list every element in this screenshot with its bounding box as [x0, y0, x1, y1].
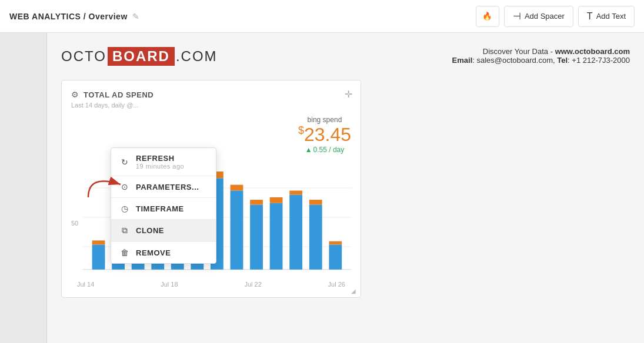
menu-refresh-label: REFRESH 19 minutes ago: [136, 154, 184, 170]
refresh-icon: ↻: [119, 157, 130, 167]
widget-header: ⚙ TOTAL AD SPEND: [71, 90, 351, 99]
menu-item-timeframe[interactable]: ◷ TIMEFRAME: [111, 198, 216, 219]
brand-website: www.octoboard.com: [555, 47, 630, 56]
header: WEB ANALYTICS / Overview ✎ 🔥 ⊣ Add Space…: [0, 0, 644, 33]
stat-label: bing spend: [298, 116, 351, 124]
svg-rect-5: [92, 240, 105, 244]
add-spacer-label: Add Spacer: [525, 12, 565, 21]
header-left: WEB ANALYTICS / Overview ✎: [9, 12, 139, 21]
chart-x-jul26: Jul 26: [328, 281, 345, 288]
parameters-icon: ⊙: [119, 182, 130, 191]
svg-rect-20: [250, 205, 263, 270]
svg-rect-22: [270, 203, 283, 270]
timeframe-icon: ◷: [119, 204, 130, 213]
chart-x-labels: Jul 14 Jul 18 Jul 22 Jul 26: [71, 281, 351, 288]
main-layout: OCTO BOARD .COM Discover Your Data - www…: [0, 33, 644, 343]
brand-area: OCTO BOARD .COM Discover Your Data - www…: [61, 47, 630, 66]
text-icon: T: [587, 11, 593, 22]
widget-move-icon[interactable]: ✛: [345, 89, 352, 100]
stat-change: 0.55 / day: [298, 146, 351, 154]
svg-rect-29: [329, 241, 342, 245]
edit-title-icon[interactable]: ✎: [132, 12, 139, 21]
header-right: 🔥 ⊣ Add Spacer T Add Text: [476, 6, 635, 27]
stat-decimal: .45: [325, 124, 351, 145]
svg-rect-4: [92, 244, 105, 269]
menu-remove-label: REMOVE: [136, 248, 171, 257]
menu-item-refresh[interactable]: ↻ REFRESH 19 minutes ago: [111, 148, 216, 176]
widget-gear-icon[interactable]: ⚙: [71, 90, 79, 99]
menu-item-parameters[interactable]: ⊙ PARAMETERS...: [111, 176, 216, 197]
stat-block: bing spend $23.45 0.55 / day: [298, 116, 351, 154]
chart-x-jul22: Jul 22: [244, 281, 261, 288]
svg-rect-21: [250, 200, 263, 204]
brand-suffix: .COM: [176, 48, 218, 65]
menu-refresh-sublabel: 19 minutes ago: [136, 163, 184, 170]
sidebar: [0, 33, 47, 343]
add-text-button[interactable]: T Add Text: [578, 6, 635, 27]
chart-y-label: 50: [71, 220, 78, 227]
resize-handle-icon[interactable]: ◢: [351, 288, 358, 295]
context-menu: ↻ REFRESH 19 minutes ago ⊙ PARAMETERS...…: [111, 147, 216, 264]
svg-rect-26: [309, 205, 322, 270]
brand-email-tel: Email: sales@octoboard.com, Tel: +1 212-…: [452, 56, 630, 65]
stat-integer: 23: [304, 124, 325, 145]
spacer-icon: ⊣: [513, 11, 521, 22]
chart-x-jul18: Jul 18: [161, 281, 178, 288]
widget-title: TOTAL AD SPEND: [84, 90, 154, 99]
brand-board: BOARD: [108, 47, 175, 66]
menu-clone-label: CLONE: [136, 226, 164, 235]
stat-value: $23.45: [298, 124, 351, 146]
remove-icon: 🗑: [119, 248, 130, 257]
stat-currency: $: [298, 125, 304, 136]
chart-x-jul14: Jul 14: [77, 281, 94, 288]
add-text-label: Add Text: [596, 12, 626, 21]
menu-parameters-label: PARAMETERS...: [136, 183, 199, 191]
svg-rect-28: [329, 244, 342, 269]
settings-button[interactable]: 🔥: [476, 6, 499, 27]
widget-subtitle: Last 14 days, daily @...: [71, 102, 351, 109]
clone-icon: ⧉: [119, 226, 130, 236]
fire-icon: 🔥: [482, 12, 492, 21]
svg-rect-25: [289, 191, 302, 195]
brand-tagline: Discover Your Data - www.octoboard.com: [452, 47, 630, 56]
svg-rect-23: [270, 197, 283, 203]
page-title: WEB ANALYTICS / Overview: [9, 12, 128, 21]
brand-prefix: OCTO: [61, 48, 106, 65]
svg-rect-19: [231, 185, 243, 191]
menu-item-clone[interactable]: ⧉ CLONE: [111, 220, 216, 241]
menu-item-remove[interactable]: 🗑 REMOVE: [111, 242, 216, 263]
add-spacer-button[interactable]: ⊣ Add Spacer: [504, 6, 573, 27]
svg-rect-24: [289, 195, 302, 270]
content-area: OCTO BOARD .COM Discover Your Data - www…: [47, 33, 644, 343]
svg-rect-27: [309, 200, 322, 204]
brand-contact: Discover Your Data - www.octoboard.com E…: [452, 47, 630, 65]
svg-rect-18: [231, 191, 243, 270]
brand-name: OCTO BOARD .COM: [61, 47, 218, 66]
menu-timeframe-label: TIMEFRAME: [136, 204, 184, 213]
